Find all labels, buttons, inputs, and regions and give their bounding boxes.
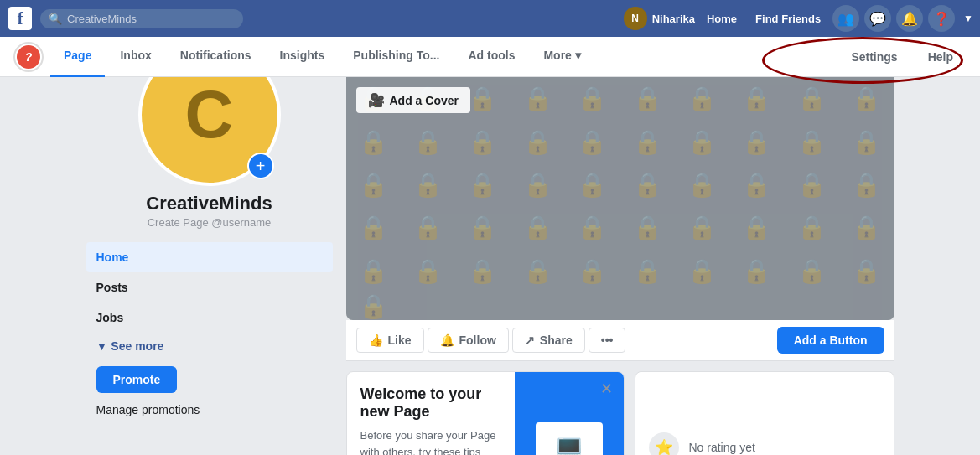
cover-pattern: 🔒 🔒 🔒 🔒 🔒 🔒 🔒 🔒 🔒 🔒 🔒 🔒 🔒 🔒 🔒 🔒 🔒 🔒 🔒 — [346, 77, 894, 320]
lock-icon: 🔒 — [675, 163, 729, 206]
welcome-title: Welcome to your new Page — [360, 385, 501, 421]
search-bar[interactable]: 🔍 — [40, 9, 243, 28]
follow-button[interactable]: 🔔 Follow — [428, 328, 509, 353]
lock-icon: 🔒 — [675, 120, 729, 163]
tab-notifications[interactable]: Notifications — [167, 37, 265, 77]
more-options-button[interactable]: ••• — [589, 328, 626, 353]
welcome-text: Before you share your Page with others, … — [360, 427, 501, 455]
page-name: CreativeMinds — [146, 193, 272, 215]
lock-icon: 🔒 — [346, 163, 401, 206]
welcome-card-body: ✕ Welcome to your new Page Before you sh… — [347, 372, 624, 455]
help-button[interactable]: Help — [915, 45, 967, 69]
main-content: C + CreativeMinds Create Page @username … — [80, 77, 901, 455]
user-name: Niharika — [652, 13, 695, 25]
right-content: 🔒 🔒 🔒 🔒 🔒 🔒 🔒 🔒 🔒 🔒 🔒 🔒 🔒 🔒 🔒 🔒 🔒 🔒 🔒 — [340, 77, 901, 455]
notifications-icon-btn[interactable]: 🔔 — [896, 5, 923, 32]
lock-icon: 🔒 — [839, 163, 894, 206]
lock-icon: 🔒 — [620, 120, 675, 163]
see-more-link[interactable]: ▼ See more — [86, 333, 333, 359]
sidebar-navigation: Home Posts Jobs ▼ See more Promote Manag… — [86, 242, 333, 420]
add-a-button-cta[interactable]: Add a Button — [777, 327, 884, 354]
more-icon: ••• — [601, 333, 614, 347]
lock-icon: 🔒 — [565, 250, 620, 292]
search-icon: 🔍 — [49, 13, 62, 25]
lock-icon: 🔒 — [401, 120, 455, 163]
sidebar-item-home[interactable]: Home — [86, 242, 333, 272]
promote-button[interactable]: Promote — [96, 366, 178, 393]
user-menu[interactable]: N Niharika — [624, 7, 695, 30]
lock-icon: 🔒 — [346, 206, 401, 249]
lock-icon: 🔒 — [785, 250, 839, 292]
device-icon: 💻 — [552, 432, 586, 455]
lock-icon: 🔒 — [511, 120, 565, 163]
nav-chevron-icon[interactable]: ▼ — [963, 13, 973, 24]
messenger-icon-btn[interactable]: 💬 — [864, 5, 891, 32]
lock-icon: 🔒 — [729, 206, 784, 249]
lock-icon: 🔒 — [455, 163, 510, 206]
tab-more[interactable]: More ▾ — [530, 37, 594, 77]
follow-label: Follow — [459, 333, 496, 347]
thumbs-up-icon: 👍 — [369, 333, 383, 347]
chevron-down-icon: ▼ — [96, 339, 108, 353]
page-navigation: ? Page Inbox Notifications Insights Publ… — [0, 37, 980, 77]
cards-row: ✕ Welcome to your new Page Before you sh… — [346, 371, 894, 455]
lock-icon: 🔒 — [511, 206, 565, 249]
lock-icon: 🔒 — [785, 120, 839, 163]
lock-icon: 🔒 — [620, 250, 675, 292]
how-to-icon: ? — [17, 45, 40, 69]
action-bar: 👍 Like 🔔 Follow ↗ Share ••• Add a Button — [346, 320, 894, 361]
lock-icon: 🔒 — [620, 163, 675, 206]
add-cover-button[interactable]: 🎥 Add a Cover — [356, 87, 470, 113]
top-navigation: f 🔍 N Niharika Home Find Friends 👥 💬 🔔 ❓… — [0, 0, 980, 37]
messenger-icon: 💬 — [869, 11, 886, 27]
fb-logo-icon: f — [8, 7, 32, 30]
tab-publishing[interactable]: Publishing To... — [340, 37, 453, 77]
help-icon-btn[interactable]: ❓ — [928, 5, 955, 32]
device-illustration: 💻 — [536, 422, 603, 455]
tab-adtools[interactable]: Ad tools — [454, 37, 528, 77]
lock-icon: 🔒 — [565, 77, 620, 120]
left-sidebar: C + CreativeMinds Create Page @username … — [80, 77, 340, 455]
bell-small-icon: 🔔 — [440, 333, 454, 347]
avatar: N — [624, 7, 647, 30]
add-photo-button[interactable]: + — [247, 153, 274, 179]
lock-icon: 🔒 — [675, 250, 729, 292]
lock-icon: 🔒 — [346, 250, 401, 292]
lock-icon: 🔒 — [729, 77, 784, 120]
top-nav-right: N Niharika Home Find Friends 👥 💬 🔔 ❓ ▼ — [624, 5, 973, 32]
tab-inbox[interactable]: Inbox — [106, 37, 164, 77]
welcome-card-close-button[interactable]: ✕ — [597, 379, 617, 399]
sidebar-item-posts[interactable]: Posts — [86, 272, 333, 302]
share-button[interactable]: ↗ Share — [512, 328, 585, 353]
lock-icon: 🔒 — [839, 120, 894, 163]
tab-page[interactable]: Page — [50, 37, 105, 77]
lock-icon: 🔒 — [511, 77, 565, 120]
lock-icon: 🔒 — [785, 77, 839, 120]
sidebar-item-jobs[interactable]: Jobs — [86, 302, 333, 333]
like-button[interactable]: 👍 Like — [356, 328, 424, 353]
lock-icon: 🔒 — [620, 206, 675, 249]
lock-icon: 🔒 — [565, 120, 620, 163]
people-icon-btn[interactable]: 👥 — [832, 5, 859, 32]
lock-icon: 🔒 — [346, 120, 401, 163]
lock-icon: 🔒 — [455, 120, 510, 163]
page-nav-right: Settings Help — [837, 45, 967, 69]
lock-icon: 🔒 — [511, 250, 565, 292]
welcome-card-content: ✕ Welcome to your new Page Before you sh… — [347, 372, 515, 455]
home-nav-link[interactable]: Home — [700, 9, 744, 28]
lock-icon: 🔒 — [401, 206, 455, 249]
page-username: Create Page @username — [148, 216, 272, 229]
settings-button[interactable]: Settings — [837, 45, 910, 69]
help-icon: ❓ — [933, 11, 950, 27]
lock-icon: 🔒 — [401, 250, 455, 292]
video-camera-icon: 🎥 — [368, 92, 385, 108]
tab-insights[interactable]: Insights — [267, 37, 339, 77]
find-friends-nav-link[interactable]: Find Friends — [749, 9, 827, 28]
search-input[interactable] — [67, 13, 235, 25]
lock-icon: 🔒 — [455, 250, 510, 292]
facebook-logo[interactable]: f — [7, 5, 34, 32]
top-nav-left: f 🔍 — [7, 5, 243, 32]
lock-icon: 🔒 — [455, 206, 510, 249]
manage-promotions-link[interactable]: Manage promotions — [86, 400, 333, 420]
lock-icon: 🔒 — [729, 163, 784, 206]
